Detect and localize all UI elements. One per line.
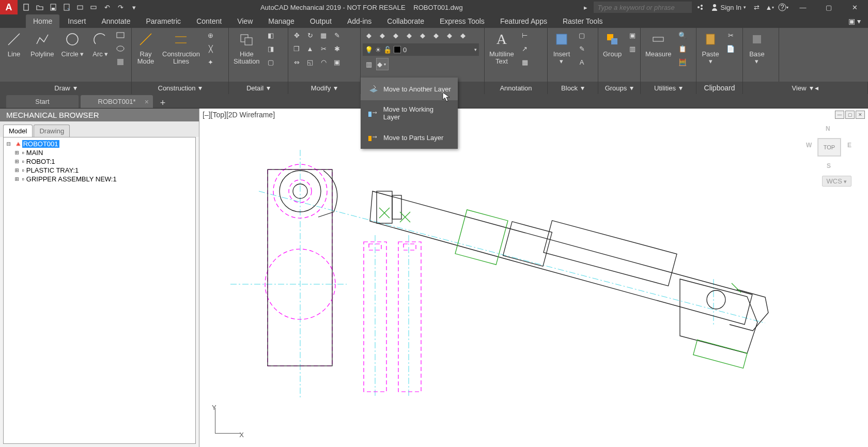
ptitle-annotation[interactable]: Annotation <box>485 82 548 94</box>
layer4-icon[interactable]: ◆ <box>403 29 415 41</box>
layerprop-icon[interactable]: ▥ <box>363 58 375 70</box>
util2-icon[interactable]: 📋 <box>676 42 689 55</box>
undo-icon[interactable]: ↶ <box>101 2 113 12</box>
layer6-icon[interactable]: ◆ <box>430 29 442 41</box>
app-logo[interactable]: A <box>0 0 18 14</box>
layer1-icon[interactable]: ◆ <box>363 29 375 41</box>
ribbon-tab-annotate[interactable]: Annotate <box>94 14 137 28</box>
centerline-icon[interactable]: ⊕ <box>205 29 217 41</box>
vp-close-icon[interactable]: ✕ <box>856 111 865 119</box>
move-icon[interactable]: ✥ <box>290 29 303 41</box>
cut-icon[interactable]: ✂ <box>724 29 737 41</box>
explode-icon[interactable]: ✱ <box>331 42 343 55</box>
ptitle-clipboard[interactable]: Clipboard <box>696 82 743 94</box>
layer2-icon[interactable]: ◆ <box>376 29 389 41</box>
ribbon-tab-rastertools[interactable]: Raster Tools <box>555 14 610 28</box>
ribbon-tab-manage[interactable]: Manage <box>261 14 302 28</box>
save-icon[interactable] <box>48 2 59 12</box>
block-create-icon[interactable]: ▢ <box>576 29 588 41</box>
ribbon-tab-addins[interactable]: Add-ins <box>340 14 379 28</box>
ribbon-tab-collaborate[interactable]: Collaborate <box>380 14 431 28</box>
add-tab-button[interactable]: + <box>155 98 171 108</box>
ribbon-tab-featuredapps[interactable]: Featured Apps <box>493 14 554 28</box>
close-button[interactable]: ✕ <box>843 0 866 14</box>
ribbon-tab-home[interactable]: Home <box>26 14 59 28</box>
table-icon[interactable]: ▦ <box>519 56 531 68</box>
browser-tab-drawing[interactable]: Drawing <box>34 125 70 137</box>
layer5-icon[interactable]: ◆ <box>416 29 429 41</box>
layer-move-split[interactable]: ◆▾ <box>376 58 389 70</box>
detail3-icon[interactable]: ▢ <box>265 56 277 68</box>
base-button[interactable]: Base▾ <box>745 29 769 69</box>
tree-item-robot1[interactable]: ⊞ ▫ ROBOT:1 <box>6 157 193 166</box>
layer8-icon[interactable]: ◆ <box>457 29 469 41</box>
title-chevron-icon[interactable]: ▸ <box>581 4 591 11</box>
menu-move-working-layer[interactable]: Move to Working Layer <box>361 100 458 126</box>
layer7-icon[interactable]: ◆ <box>443 29 456 41</box>
keyword-search-input[interactable] <box>598 4 688 11</box>
calc-icon[interactable]: 🧮 <box>676 56 689 68</box>
vp-minimize-icon[interactable]: — <box>835 111 844 119</box>
group-button[interactable]: Group <box>600 29 624 69</box>
open-icon[interactable] <box>34 2 45 12</box>
xline2-icon[interactable]: ✦ <box>205 56 217 68</box>
polyline-button[interactable]: Polyline <box>28 29 57 69</box>
plot-icon[interactable] <box>74 2 86 12</box>
paste-button[interactable]: Paste▾ <box>699 29 722 69</box>
trim-icon[interactable]: ✂ <box>317 42 330 55</box>
viewcube-top[interactable]: TOP <box>818 138 841 156</box>
dim-icon[interactable]: ⊢ <box>519 29 531 41</box>
ribbon-tab-extra-icon[interactable]: ▣ ▾ <box>841 14 868 28</box>
insert-button[interactable]: Insert▾ <box>550 29 574 69</box>
copy2-icon[interactable]: 📄 <box>724 42 737 55</box>
multiline-text-button[interactable]: AMultiline Text <box>487 29 517 69</box>
file-tab-robot001[interactable]: ROBOT001*× <box>81 95 153 108</box>
circle-button[interactable]: Circle ▾ <box>59 29 87 69</box>
print-icon[interactable] <box>88 2 99 12</box>
leader-icon[interactable]: ↗ <box>519 42 531 55</box>
detail1-icon[interactable]: ◧ <box>265 29 277 41</box>
xline-icon[interactable]: ╳ <box>205 42 217 55</box>
ribbon-tab-view[interactable]: View <box>230 14 260 28</box>
ray-mode-button[interactable]: Ray Mode <box>134 29 158 69</box>
rotate-icon[interactable]: ↻ <box>304 29 316 41</box>
erase-icon[interactable]: ✎ <box>331 29 343 41</box>
layer-combobox[interactable]: 💡 ☀ 🔓 0 ▾ <box>363 43 479 56</box>
ptitle-modify[interactable]: Modify ▾ <box>288 82 361 94</box>
new-icon[interactable] <box>21 2 32 12</box>
close-tab-icon[interactable]: × <box>145 98 149 106</box>
array-icon[interactable]: ▦ <box>317 29 330 41</box>
menu-move-parts-layer[interactable]: Move to Parts Layer <box>361 126 458 149</box>
mirror-icon[interactable]: ▲ <box>304 42 316 55</box>
autodesk-app-icon[interactable]: ▲▾ <box>765 2 775 12</box>
detail2-icon[interactable]: ◨ <box>265 42 277 55</box>
tree-item-plastictray[interactable]: ⊞ ▫ PLASTIC TRAY:1 <box>6 166 193 175</box>
ribbon-tab-content[interactable]: Content <box>189 14 229 28</box>
viewcube-e[interactable]: E <box>847 142 851 149</box>
wcs-badge[interactable]: WCS ▾ <box>822 176 851 187</box>
layer3-icon[interactable]: ◆ <box>390 29 402 41</box>
rectangle-icon[interactable] <box>114 29 127 41</box>
qat-dropdown-icon[interactable]: ▾ <box>128 2 140 12</box>
maximize-button[interactable]: ▢ <box>817 0 840 14</box>
exchange-icon[interactable]: ⇄ <box>751 2 762 12</box>
ribbon-tab-expresstools[interactable]: Express Tools <box>432 14 492 28</box>
viewcube-w[interactable]: W <box>806 142 812 149</box>
ellipse-icon[interactable] <box>114 42 127 55</box>
util1-icon[interactable]: 🔍 <box>676 29 689 41</box>
ptitle-utilities[interactable]: Utilities ▾ <box>641 82 696 94</box>
keyword-search-box[interactable] <box>594 2 692 13</box>
viewcube-s[interactable]: S <box>827 162 831 169</box>
construction-lines-button[interactable]: Construction Lines <box>160 29 203 69</box>
tree-item-main[interactable]: ⊞ ▫ MAIN <box>6 148 193 157</box>
ungroup-icon[interactable]: ▣ <box>626 29 639 41</box>
stretch-icon[interactable]: ⇔ <box>290 56 303 68</box>
arc-button[interactable]: Arc ▾ <box>88 29 112 69</box>
ptitle-block[interactable]: Block ▾ <box>548 82 598 94</box>
ribbon-tab-parametric[interactable]: Parametric <box>138 14 188 28</box>
help-icon[interactable]: ?▾ <box>778 2 788 12</box>
block-attr-icon[interactable]: A <box>576 56 588 68</box>
fillet-icon[interactable]: ◠ <box>317 56 330 68</box>
ptitle-groups[interactable]: Groups ▾ <box>598 82 641 94</box>
scale-icon[interactable]: ◱ <box>304 56 316 68</box>
